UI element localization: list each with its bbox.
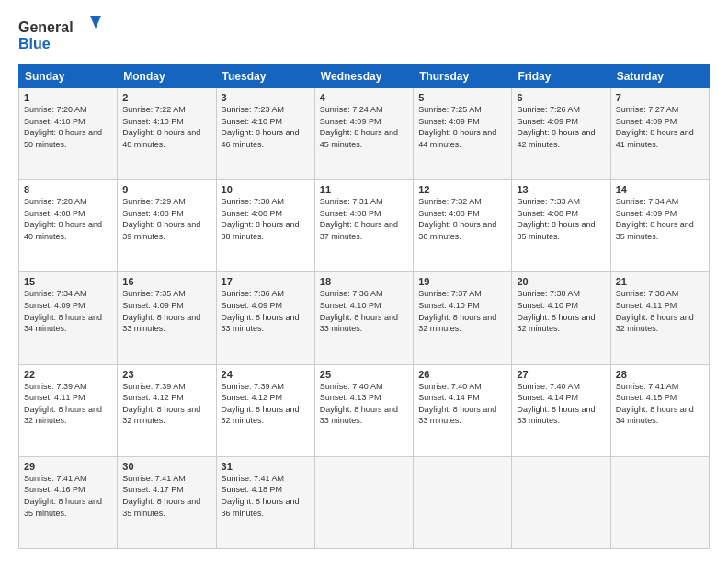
day-number: 6 <box>517 92 605 103</box>
day-info: Sunrise: 7:36 AM Sunset: 4:10 PM Dayligh… <box>320 288 408 334</box>
day-info: Sunrise: 7:33 AM Sunset: 4:08 PM Dayligh… <box>517 196 605 242</box>
day-number: 28 <box>616 369 704 380</box>
day-number: 29 <box>24 461 112 472</box>
calendar-week-2: 8 Sunrise: 7:28 AM Sunset: 4:08 PM Dayli… <box>19 180 710 272</box>
day-number: 30 <box>122 461 210 472</box>
day-info: Sunrise: 7:30 AM Sunset: 4:08 PM Dayligh… <box>222 196 310 242</box>
day-info: Sunrise: 7:37 AM Sunset: 4:10 PM Dayligh… <box>418 288 506 334</box>
day-number: 27 <box>517 369 605 380</box>
day-number: 10 <box>222 184 310 195</box>
day-number: 18 <box>320 276 408 287</box>
calendar-cell: 22 Sunrise: 7:39 AM Sunset: 4:11 PM Dayl… <box>19 364 118 456</box>
day-info: Sunrise: 7:22 AM Sunset: 4:10 PM Dayligh… <box>122 104 210 150</box>
header: General Blue <box>18 14 710 55</box>
calendar-cell: 3 Sunrise: 7:23 AM Sunset: 4:10 PM Dayli… <box>216 88 314 180</box>
day-number: 16 <box>122 276 210 287</box>
day-info: Sunrise: 7:38 AM Sunset: 4:11 PM Dayligh… <box>616 288 704 334</box>
calendar-cell: 6 Sunrise: 7:26 AM Sunset: 4:09 PM Dayli… <box>512 88 610 180</box>
calendar-cell: 5 Sunrise: 7:25 AM Sunset: 4:09 PM Dayli… <box>414 88 512 180</box>
calendar-cell <box>512 456 610 548</box>
day-info: Sunrise: 7:39 AM Sunset: 4:11 PM Dayligh… <box>24 381 112 427</box>
day-info: Sunrise: 7:40 AM Sunset: 4:13 PM Dayligh… <box>320 381 408 427</box>
day-number: 12 <box>418 184 506 195</box>
day-header-friday: Friday <box>512 65 610 88</box>
calendar-cell: 26 Sunrise: 7:40 AM Sunset: 4:14 PM Dayl… <box>414 364 512 456</box>
day-number: 23 <box>122 369 210 380</box>
calendar-cell: 17 Sunrise: 7:36 AM Sunset: 4:09 PM Dayl… <box>216 272 314 364</box>
day-info: Sunrise: 7:25 AM Sunset: 4:09 PM Dayligh… <box>418 104 506 150</box>
calendar-week-5: 29 Sunrise: 7:41 AM Sunset: 4:16 PM Dayl… <box>19 456 710 548</box>
day-number: 19 <box>418 276 506 287</box>
day-number: 17 <box>222 276 310 287</box>
calendar-cell: 12 Sunrise: 7:32 AM Sunset: 4:08 PM Dayl… <box>414 180 512 272</box>
calendar-cell: 23 Sunrise: 7:39 AM Sunset: 4:12 PM Dayl… <box>118 364 216 456</box>
day-info: Sunrise: 7:41 AM Sunset: 4:15 PM Dayligh… <box>616 381 704 427</box>
calendar-cell: 30 Sunrise: 7:41 AM Sunset: 4:17 PM Dayl… <box>118 456 216 548</box>
day-info: Sunrise: 7:39 AM Sunset: 4:12 PM Dayligh… <box>222 381 310 427</box>
calendar-cell: 14 Sunrise: 7:34 AM Sunset: 4:09 PM Dayl… <box>610 180 709 272</box>
calendar-cell: 19 Sunrise: 7:37 AM Sunset: 4:10 PM Dayl… <box>414 272 512 364</box>
calendar-cell: 2 Sunrise: 7:22 AM Sunset: 4:10 PM Dayli… <box>118 88 216 180</box>
calendar-cell: 27 Sunrise: 7:40 AM Sunset: 4:14 PM Dayl… <box>512 364 610 456</box>
day-info: Sunrise: 7:31 AM Sunset: 4:08 PM Dayligh… <box>320 196 408 242</box>
svg-text:General: General <box>18 19 74 35</box>
calendar-cell: 16 Sunrise: 7:35 AM Sunset: 4:09 PM Dayl… <box>118 272 216 364</box>
calendar-cell: 4 Sunrise: 7:24 AM Sunset: 4:09 PM Dayli… <box>314 88 413 180</box>
day-info: Sunrise: 7:39 AM Sunset: 4:12 PM Dayligh… <box>122 381 210 427</box>
day-info: Sunrise: 7:34 AM Sunset: 4:09 PM Dayligh… <box>24 288 112 334</box>
logo-svg: General Blue <box>18 14 101 55</box>
day-number: 14 <box>616 184 704 195</box>
day-info: Sunrise: 7:28 AM Sunset: 4:08 PM Dayligh… <box>24 196 112 242</box>
day-info: Sunrise: 7:26 AM Sunset: 4:09 PM Dayligh… <box>517 104 605 150</box>
day-header-sunday: Sunday <box>19 65 118 88</box>
day-info: Sunrise: 7:29 AM Sunset: 4:08 PM Dayligh… <box>122 196 210 242</box>
day-number: 24 <box>222 369 310 380</box>
day-info: Sunrise: 7:27 AM Sunset: 4:09 PM Dayligh… <box>616 104 704 150</box>
day-number: 5 <box>418 92 506 103</box>
day-info: Sunrise: 7:40 AM Sunset: 4:14 PM Dayligh… <box>418 381 506 427</box>
day-number: 26 <box>418 369 506 380</box>
day-header-tuesday: Tuesday <box>216 65 314 88</box>
day-info: Sunrise: 7:36 AM Sunset: 4:09 PM Dayligh… <box>222 288 310 334</box>
day-info: Sunrise: 7:20 AM Sunset: 4:10 PM Dayligh… <box>24 104 112 150</box>
day-number: 25 <box>320 369 408 380</box>
day-number: 11 <box>320 184 408 195</box>
calendar-week-4: 22 Sunrise: 7:39 AM Sunset: 4:11 PM Dayl… <box>19 364 710 456</box>
day-number: 4 <box>320 92 408 103</box>
calendar-cell: 15 Sunrise: 7:34 AM Sunset: 4:09 PM Dayl… <box>19 272 118 364</box>
calendar-cell: 29 Sunrise: 7:41 AM Sunset: 4:16 PM Dayl… <box>19 456 118 548</box>
calendar-week-1: 1 Sunrise: 7:20 AM Sunset: 4:10 PM Dayli… <box>19 88 710 180</box>
calendar-cell: 9 Sunrise: 7:29 AM Sunset: 4:08 PM Dayli… <box>118 180 216 272</box>
calendar-cell: 10 Sunrise: 7:30 AM Sunset: 4:08 PM Dayl… <box>216 180 314 272</box>
day-info: Sunrise: 7:41 AM Sunset: 4:16 PM Dayligh… <box>24 473 112 519</box>
svg-marker-2 <box>90 16 101 29</box>
calendar-cell: 13 Sunrise: 7:33 AM Sunset: 4:08 PM Dayl… <box>512 180 610 272</box>
calendar-cell <box>610 456 709 548</box>
calendar-cell: 11 Sunrise: 7:31 AM Sunset: 4:08 PM Dayl… <box>314 180 413 272</box>
calendar-table: SundayMondayTuesdayWednesdayThursdayFrid… <box>18 64 710 549</box>
calendar-cell: 18 Sunrise: 7:36 AM Sunset: 4:10 PM Dayl… <box>314 272 413 364</box>
day-info: Sunrise: 7:34 AM Sunset: 4:09 PM Dayligh… <box>616 196 704 242</box>
calendar-cell: 7 Sunrise: 7:27 AM Sunset: 4:09 PM Dayli… <box>610 88 709 180</box>
day-number: 21 <box>616 276 704 287</box>
calendar-cell: 31 Sunrise: 7:41 AM Sunset: 4:18 PM Dayl… <box>216 456 314 548</box>
day-number: 31 <box>222 461 310 472</box>
day-header-thursday: Thursday <box>414 65 512 88</box>
calendar-cell: 28 Sunrise: 7:41 AM Sunset: 4:15 PM Dayl… <box>610 364 709 456</box>
calendar-cell <box>414 456 512 548</box>
logo: General Blue <box>18 14 101 55</box>
day-info: Sunrise: 7:38 AM Sunset: 4:10 PM Dayligh… <box>517 288 605 334</box>
day-number: 3 <box>222 92 310 103</box>
calendar-header-row: SundayMondayTuesdayWednesdayThursdayFrid… <box>19 65 710 88</box>
day-info: Sunrise: 7:24 AM Sunset: 4:09 PM Dayligh… <box>320 104 408 150</box>
calendar-cell: 8 Sunrise: 7:28 AM Sunset: 4:08 PM Dayli… <box>19 180 118 272</box>
day-header-wednesday: Wednesday <box>314 65 413 88</box>
calendar-cell: 20 Sunrise: 7:38 AM Sunset: 4:10 PM Dayl… <box>512 272 610 364</box>
day-info: Sunrise: 7:32 AM Sunset: 4:08 PM Dayligh… <box>418 196 506 242</box>
day-header-saturday: Saturday <box>610 65 709 88</box>
day-number: 2 <box>122 92 210 103</box>
calendar-week-3: 15 Sunrise: 7:34 AM Sunset: 4:09 PM Dayl… <box>19 272 710 364</box>
svg-text:Blue: Blue <box>18 36 51 52</box>
page: General Blue SundayMondayTuesdayWednesda… <box>0 0 728 563</box>
day-number: 7 <box>616 92 704 103</box>
